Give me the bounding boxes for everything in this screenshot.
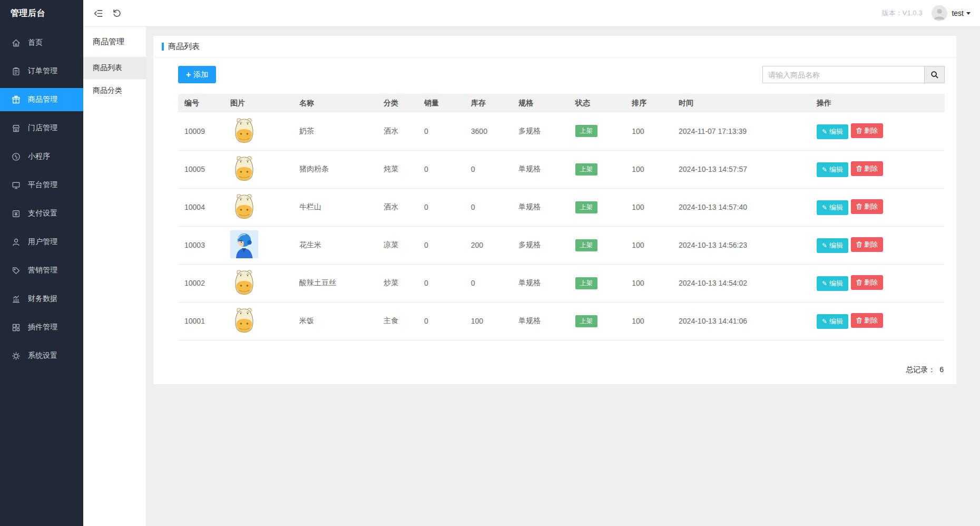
sidebar-item-platform[interactable]: 平台管理 [0,173,83,197]
product-id: 10004 [178,188,230,226]
row-actions: ✎编辑删除 [817,226,945,264]
product-name: 酸辣土豆丝 [299,264,384,302]
status-badge: 上架 [575,277,597,289]
submenu-item-product-category[interactable]: 商品分类 [83,79,146,102]
delete-button[interactable]: 删除 [851,123,883,138]
user-menu[interactable]: test [932,5,971,21]
product-image [230,306,258,334]
product-image-cell [230,302,299,340]
total-value: 6 [939,365,944,374]
sidebar-item-label: 支付设置 [28,209,57,218]
settings-icon [11,351,21,361]
sidebar-item-payment[interactable]: 支付设置 [0,202,83,225]
sidebar-item-miniapp[interactable]: 小程序 [0,145,83,168]
product-time: 2024-10-13 14:56:23 [679,226,817,264]
product-time: 2024-10-13 14:54:02 [679,264,817,302]
row-actions: ✎编辑删除 [817,150,945,188]
edit-button[interactable]: ✎编辑 [817,124,848,139]
product-time: 2024-10-13 14:41:06 [679,302,817,340]
avatar-icon [932,5,947,21]
payment-icon [11,209,21,218]
product-image-cell [230,188,299,226]
row-actions: ✎编辑删除 [817,302,945,340]
sidebar-item-settings[interactable]: 系统设置 [0,344,83,367]
sidebar-item-home[interactable]: 首页 [0,31,83,54]
sidebar-item-plugins[interactable]: 插件管理 [0,316,83,339]
platform-icon [11,180,21,190]
product-name: 米饭 [299,302,384,340]
delete-button[interactable]: 删除 [851,237,883,252]
product-sort: 100 [632,226,679,264]
pencil-icon: ✎ [822,167,827,173]
table-row: 10004 牛栏山酒水00单规格上架1002024-10-13 14:57:40… [178,188,945,226]
sidebar-item-label: 财务数据 [28,294,57,304]
table-row: 10002 酸辣土豆丝炒菜00单规格上架1002024-10-13 14:54:… [178,264,945,302]
product-status-cell: 上架 [575,264,632,302]
product-list-card: 商品列表 + 添加 [153,36,956,384]
submenu-title[interactable]: 商品管理 [83,27,146,56]
delete-button[interactable]: 删除 [851,313,883,328]
finance-icon [11,294,21,304]
search-button[interactable] [925,66,945,83]
sidebar-item-label: 用户管理 [28,237,57,247]
product-sales: 0 [424,302,471,340]
product-spec: 多规格 [518,226,575,264]
table-row: 10005 猪肉粉条炖菜00单规格上架1002024-10-13 14:57:5… [178,150,945,188]
trash-icon [856,128,862,134]
row-actions: ✎编辑删除 [817,264,945,302]
submenu-item-product-list[interactable]: 商品列表 [83,56,146,79]
sidebar-item-users[interactable]: 用户管理 [0,230,83,254]
sidebar-item-label: 订单管理 [28,66,57,76]
product-spec: 多规格 [518,112,575,150]
edit-button[interactable]: ✎编辑 [817,162,848,177]
sidebar-menu: 首页 订单管理 商品管理 门店管理 小程序 平台管理 支付设置 用户管理 [0,26,83,367]
status-badge: 上架 [575,239,597,251]
product-sort: 100 [632,112,679,150]
sidebar-item-products[interactable]: 商品管理 [0,88,83,111]
sidebar-item-orders[interactable]: 订单管理 [0,60,83,83]
header-status: 状态 [575,94,632,112]
header-id: 编号 [178,94,230,112]
app-title: 管理后台 [0,0,83,26]
delete-button[interactable]: 删除 [851,199,883,214]
table-row: 10009 奶茶酒水03600多规格上架1002024-11-07 17:13:… [178,112,945,150]
product-name: 奶茶 [299,112,384,150]
header-time: 时间 [679,94,817,112]
product-name: 花生米 [299,226,384,264]
row-actions: ✎编辑删除 [817,112,945,150]
product-stock: 0 [471,188,518,226]
product-category: 炖菜 [384,150,424,188]
edit-button[interactable]: ✎编辑 [817,276,848,291]
sidebar-item-label: 插件管理 [28,323,57,332]
refresh-icon[interactable] [107,0,126,26]
product-status-cell: 上架 [575,188,632,226]
sidebar-item-label: 系统设置 [28,351,57,361]
product-image [230,268,258,296]
version-label: 版本：V1.0.3 [882,8,923,18]
edit-button[interactable]: ✎编辑 [817,200,848,215]
order-icon [11,66,21,76]
add-button[interactable]: + 添加 [178,66,216,83]
status-badge: 上架 [575,163,597,176]
product-id: 10009 [178,112,230,150]
header-actions: 操作 [817,94,945,112]
delete-button[interactable]: 删除 [851,275,883,290]
submenu-panel: 商品管理 商品列表 商品分类 [83,27,146,526]
trash-icon [856,279,862,286]
sidebar-item-label: 营销管理 [28,266,57,275]
status-badge: 上架 [575,125,597,137]
edit-button[interactable]: ✎编辑 [817,314,848,329]
collapse-menu-icon[interactable] [89,0,107,26]
marketing-icon [11,266,21,275]
product-status-cell: 上架 [575,302,632,340]
delete-button[interactable]: 删除 [851,161,883,176]
sidebar-item-stores[interactable]: 门店管理 [0,116,83,140]
sidebar-item-marketing[interactable]: 营销管理 [0,259,83,282]
edit-button[interactable]: ✎编辑 [817,238,848,253]
product-time: 2024-11-07 17:13:39 [679,112,817,150]
product-stock: 3600 [471,112,518,150]
product-time: 2024-10-13 14:57:57 [679,150,817,188]
sidebar-item-finance[interactable]: 财务数据 [0,287,83,310]
search-input[interactable] [762,66,925,83]
product-image [230,116,258,144]
